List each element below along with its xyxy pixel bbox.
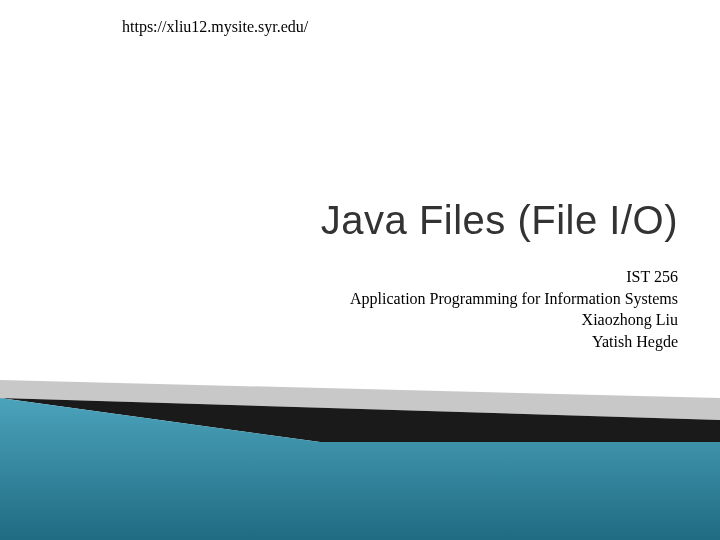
subtitle-block: IST 256 Application Programming for Info… [350, 266, 678, 352]
course-code: IST 256 [350, 266, 678, 288]
header-url: https://xliu12.mysite.syr.edu/ [122, 18, 308, 36]
author-2: Yatish Hegde [350, 331, 678, 353]
author-1: Xiaozhong Liu [350, 309, 678, 331]
slide-title: Java Files (File I/O) [321, 198, 678, 243]
decorative-footer-graphic [0, 380, 720, 540]
course-name: Application Programming for Information … [350, 288, 678, 310]
